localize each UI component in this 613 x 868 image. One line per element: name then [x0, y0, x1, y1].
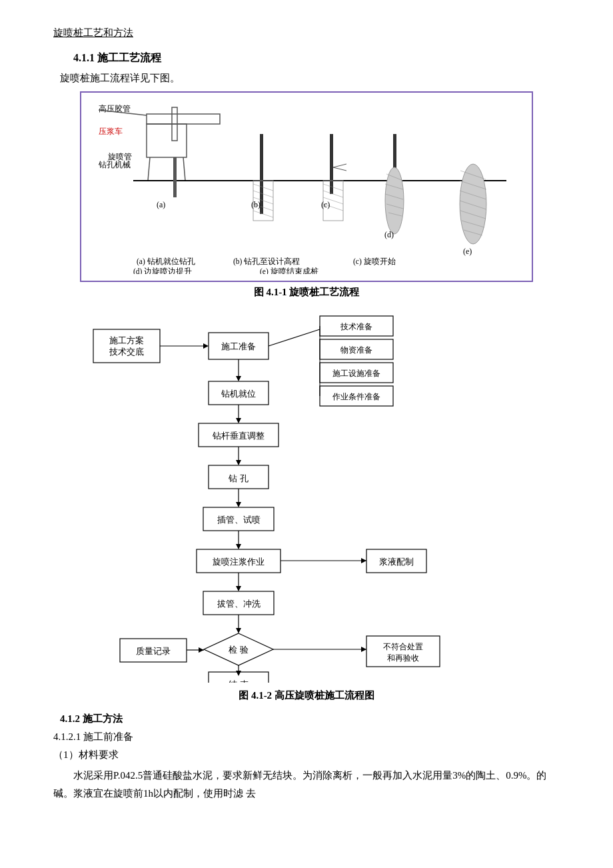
label-drill-machine: 钻孔机械: [98, 160, 131, 169]
svg-text:浆液配制: 浆液配制: [379, 557, 414, 567]
process-illustration-svg: 高压胶管 压浆车 钻孔机械 (a) 旋喷管: [93, 101, 520, 274]
svg-rect-3: [147, 124, 187, 157]
svg-text:技术交底: 技术交底: [109, 347, 144, 357]
label-grout-truck: 压浆车: [99, 127, 123, 136]
flowchart-svg: 施工方案 技术交底 施工准备 技术准备 物资准备 施工设施准备 作业条件准备 钻…: [80, 309, 533, 683]
desc-c: (c) 旋喷开始: [353, 257, 396, 266]
svg-line-17: [333, 164, 346, 167]
svg-marker-90: [199, 647, 204, 653]
svg-text:施工准备: 施工准备: [221, 341, 256, 351]
page-title: 旋喷桩工艺和方法: [53, 27, 560, 39]
svg-marker-99: [236, 671, 241, 676]
svg-text:检  验: 检 验: [229, 645, 248, 655]
desc-b: (b) 钻孔至设计高程: [233, 257, 300, 266]
svg-text:旋喷注浆作业: 旋喷注浆作业: [213, 557, 265, 567]
svg-text:和再验收: 和再验收: [387, 653, 419, 663]
item1-label: （1）材料要求: [53, 749, 560, 761]
label-c-text: (c): [321, 200, 330, 209]
svg-marker-60: [236, 418, 241, 423]
svg-point-30: [460, 164, 486, 244]
item1-text: 水泥采用P.042.5普通硅酸盐水泥，要求新鲜无结块。为消除离析，一般再加入水泥…: [53, 767, 560, 803]
section-412-heading: 4.1.2 施工方法: [60, 713, 560, 725]
svg-marker-64: [236, 460, 241, 465]
flowchart-caption: 图 4.1-2 高压旋喷桩施工流程图: [53, 689, 560, 702]
section-4121-heading: 4.1.2.1 施工前准备: [53, 731, 560, 743]
svg-line-16: [333, 167, 346, 171]
svg-text:拔管、冲洗: 拔管、冲洗: [217, 599, 261, 609]
svg-marker-95: [361, 647, 366, 652]
svg-marker-68: [236, 502, 241, 507]
flowchart-container: 施工方案 技术交底 施工准备 技术准备 物资准备 施工设施准备 作业条件准备 钻…: [80, 309, 533, 685]
svg-text:插管、试喷: 插管、试喷: [217, 515, 261, 525]
desc-d: (d) 边旋喷边提升: [133, 267, 192, 274]
svg-text:质量记录: 质量记录: [136, 646, 171, 656]
svg-rect-38: [93, 329, 160, 363]
svg-text:结  束: 结 束: [229, 679, 248, 683]
svg-marker-42: [203, 343, 209, 349]
label-b-text: (b): [251, 200, 261, 209]
svg-rect-15: [330, 134, 333, 194]
label-d-text: (d): [384, 230, 394, 239]
svg-text:钻机就位: 钻机就位: [221, 389, 256, 399]
svg-rect-0: [147, 114, 220, 124]
svg-marker-78: [361, 558, 366, 563]
svg-text:钻杆垂直调整: 钻杆垂直调整: [212, 431, 265, 441]
svg-line-5: [183, 157, 185, 181]
svg-marker-84: [236, 628, 241, 633]
svg-text:施工设施准备: 施工设施准备: [332, 369, 380, 378]
svg-marker-72: [236, 544, 241, 549]
label-jet-pipe: 旋喷管: [108, 152, 132, 161]
svg-text:钻  孔: 钻 孔: [228, 473, 248, 483]
desc-e: (e) 旋喷结束成桩: [260, 267, 318, 274]
desc-a: (a) 钻机就位钻孔: [137, 257, 195, 266]
svg-text:物资准备: 物资准备: [340, 345, 372, 355]
svg-text:施工方案: 施工方案: [109, 335, 144, 345]
intro-text: 旋喷桩施工流程详见下图。: [60, 72, 560, 85]
svg-rect-7: [173, 157, 177, 197]
svg-text:技术准备: 技术准备: [340, 322, 372, 331]
label-a-text: (a): [157, 200, 165, 209]
label-e-text: (e): [463, 247, 472, 256]
svg-marker-80: [236, 586, 241, 591]
svg-line-45: [269, 329, 320, 346]
section-411-heading: 4.1.1 施工工艺流程: [73, 51, 560, 65]
svg-line-4: [148, 157, 150, 181]
svg-text:不符合处置: 不符合处置: [383, 642, 423, 651]
process-svg-area: 高压胶管 压浆车 钻孔机械 (a) 旋喷管: [88, 101, 525, 274]
process-diagram-container: 高压胶管 压浆车 钻孔机械 (a) 旋喷管: [80, 91, 533, 282]
diagram1-caption: 图 4.1-1 旋喷桩工艺流程: [53, 286, 560, 299]
svg-text:作业条件准备: 作业条件准备: [332, 392, 380, 401]
svg-marker-56: [236, 376, 241, 381]
